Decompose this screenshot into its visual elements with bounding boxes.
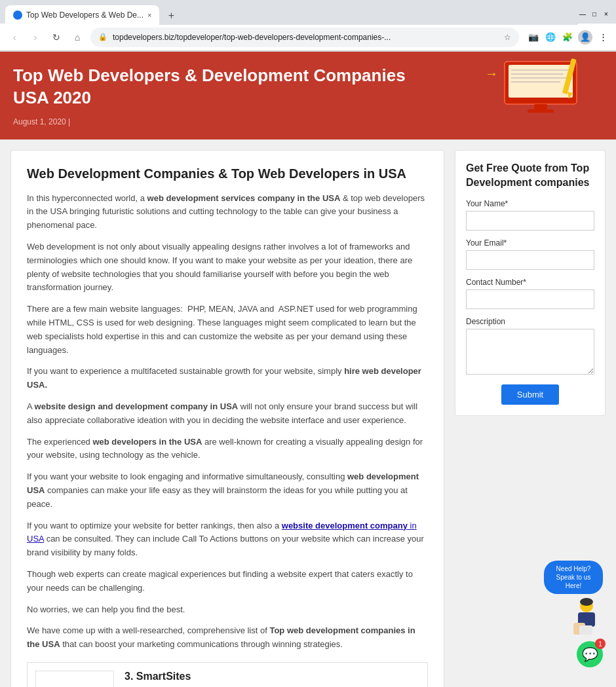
svg-text:→: → (485, 66, 498, 81)
tab-title: Top Web Developers & Web De... (26, 10, 144, 20)
phone-label: Contact Number* (466, 278, 594, 287)
svg-rect-7 (528, 109, 554, 113)
window-controls: — □ × (578, 9, 611, 18)
hero-title: Top Web Developers & Development Compani… (13, 65, 419, 109)
title-bar: Top Web Developers & Web De... × + — □ × (0, 0, 616, 24)
camera-icon[interactable]: 📷 (527, 31, 540, 44)
email-field-group: Your Email* (466, 238, 594, 270)
avatar-illustration (570, 598, 603, 637)
article-paragraph-10: No worries, we can help you find the bes… (27, 603, 428, 617)
article-box: Web Development Companies & Top Web Deve… (10, 150, 444, 687)
reload-button[interactable]: ↻ (48, 29, 64, 45)
chat-button-container: 💬 1 (577, 641, 603, 667)
svg-rect-14 (579, 625, 592, 635)
help-bubble: Need Help? Speak to us Here! (544, 561, 603, 594)
url-icons: ☆ (504, 33, 511, 42)
forward-button[interactable]: › (28, 29, 43, 45)
menu-icon[interactable]: ⋮ (596, 31, 609, 44)
description-field-group: Description (466, 317, 594, 377)
new-tab-button[interactable]: + (162, 7, 180, 25)
company-info: 3. SmartSites https://www.smartsites.com… (125, 671, 419, 687)
active-tab[interactable]: Top Web Developers & Web De... × (5, 5, 159, 25)
bookmark-icon[interactable]: ☆ (504, 33, 511, 42)
company-logo-box: sm𝐨rtsites (35, 671, 114, 687)
svg-point-15 (580, 598, 593, 606)
article-paragraph-3: There are a few main website languages: … (27, 303, 428, 357)
profile-icon[interactable]: 👤 (578, 30, 592, 45)
url-text: topdevelopers.biz/topdeveloper/top-web-d… (113, 33, 499, 42)
chat-badge: 1 (595, 639, 606, 649)
main-layout: Web Development Companies & Top Web Deve… (0, 139, 616, 687)
svg-rect-6 (534, 104, 547, 109)
name-label: Your Name* (466, 199, 594, 208)
tab-close-button[interactable]: × (147, 11, 151, 19)
description-textarea[interactable] (466, 329, 594, 375)
help-widget: Need Help? Speak to us Here! 💬 1 (544, 561, 603, 667)
email-label: Your Email* (466, 238, 594, 248)
phone-field-group: Contact Number* (466, 278, 594, 309)
company-number: 3. SmartSites (125, 671, 419, 682)
article-title: Web Development Companies & Top Web Deve… (27, 166, 428, 181)
sidebar: Get Free Quote from Top Development comp… (455, 150, 606, 417)
article-paragraph-1: In this hyperconnected world, a web deve… (27, 192, 428, 232)
company-entry: sm𝐨rtsites 3. SmartSites https://www.sma… (27, 662, 428, 687)
url-bar[interactable]: 🔒 topdevelopers.biz/topdeveloper/top-web… (90, 28, 519, 47)
globe-icon[interactable]: 🌐 (544, 31, 557, 44)
article-paragraph-9: Though web experts can create magical ex… (27, 568, 428, 595)
phone-input[interactable] (466, 289, 594, 309)
article-paragraph-4: If you want to experience a multifaceted… (27, 365, 428, 392)
chat-button[interactable]: 💬 1 (577, 641, 603, 667)
minimize-button[interactable]: — (578, 9, 587, 18)
hero-illustration: → (465, 52, 616, 139)
name-input[interactable] (466, 211, 594, 231)
close-button[interactable]: × (602, 9, 611, 18)
article-paragraph-2: Web development is not only about visual… (27, 240, 428, 295)
puzzle-icon[interactable]: 🧩 (561, 31, 574, 44)
browser-chrome: Top Web Developers & Web De... × + — □ ×… (0, 0, 616, 52)
tab-bar: Top Web Developers & Web De... × + (5, 3, 578, 25)
submit-button[interactable]: Submit (501, 384, 559, 405)
hero-banner: Top Web Developers & Development Compani… (0, 52, 616, 139)
maximize-button[interactable]: □ (590, 9, 599, 18)
page-content: Top Web Developers & Development Compani… (0, 52, 616, 687)
website-dev-link[interactable]: website development company in USA (27, 521, 417, 544)
tab-favicon (13, 10, 22, 20)
description-label: Description (466, 317, 594, 326)
article-paragraph-11: We have come up with a well-researched, … (27, 624, 428, 652)
help-avatar (570, 598, 603, 637)
browser-toolbar-icons: 📷 🌐 🧩 👤 ⋮ (527, 30, 609, 45)
article-paragraph-7: If you want your website to look engagin… (27, 470, 428, 511)
name-field-group: Your Name* (466, 199, 594, 231)
address-bar: ‹ › ↻ ⌂ 🔒 topdevelopers.biz/topdeveloper… (0, 24, 616, 51)
article-paragraph-8: If you want to optimize your website for… (27, 519, 428, 560)
email-input[interactable] (466, 250, 594, 270)
article-paragraph-5: A website design and development company… (27, 400, 428, 428)
quote-title: Get Free Quote from Top Development comp… (466, 161, 594, 191)
back-button[interactable]: ‹ (7, 29, 22, 45)
lock-icon: 🔒 (98, 33, 107, 41)
article-paragraph-6: The experienced web developers in the US… (27, 436, 428, 463)
quote-box: Get Free Quote from Top Development comp… (455, 150, 606, 417)
home-button[interactable]: ⌂ (69, 29, 85, 45)
hero-illustration-svg: → (465, 52, 616, 117)
